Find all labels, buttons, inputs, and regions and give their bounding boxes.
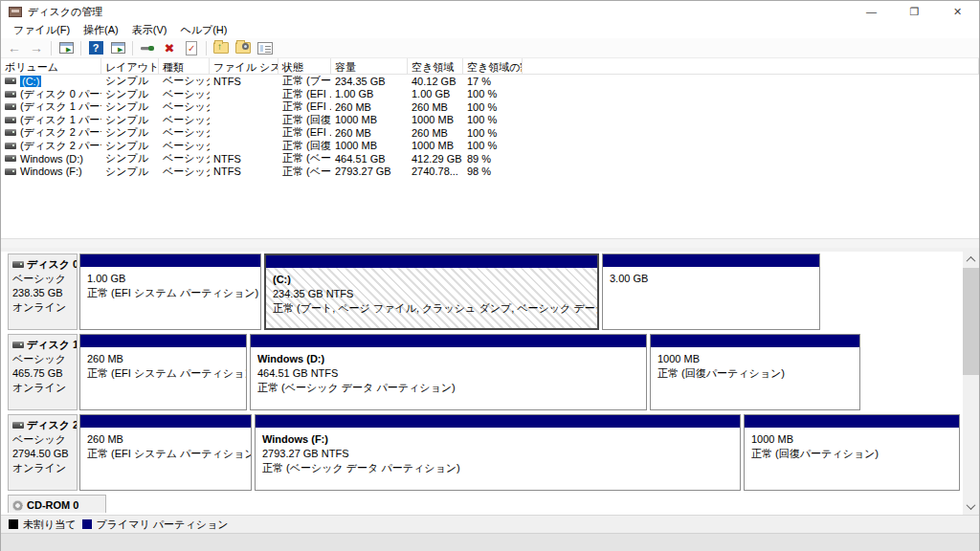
- primary-partition-bar: [251, 335, 646, 347]
- vertical-scrollbar[interactable]: [963, 252, 979, 515]
- cell-free-percent: 100 %: [463, 88, 523, 99]
- partition-status: 正常 (EFI システム パーティション): [87, 447, 244, 461]
- partition-size: 464.51 GB NTFS: [257, 366, 639, 381]
- column-header-volume[interactable]: ボリューム: [1, 58, 101, 74]
- disk-size: 238.35 GB: [12, 286, 75, 300]
- cell-filesystem: NTFS: [210, 165, 278, 177]
- cell-capacity: 234.35 GB: [331, 76, 408, 87]
- properties-button[interactable]: [256, 39, 275, 56]
- volume-row-disk1-partition[interactable]: (ディスク 1 パーティショ... シンプル ベーシック 正常 (EFI ...…: [1, 100, 979, 114]
- disk-icon: [12, 261, 24, 268]
- disk-graphic-pane: ディスク 0 ベーシック 238.35 GB オンライン 1.00 GB 正常 …: [1, 252, 963, 515]
- mark-active-button[interactable]: [182, 39, 201, 56]
- partition-status: 正常 (回復パーティション): [751, 447, 952, 461]
- disk0-partition-unformatted[interactable]: 3.00 GB: [602, 253, 820, 330]
- volume-row-disk2-partition[interactable]: (ディスク 2 パーティショ... シンプル ベーシック 正常 (EFI ...…: [1, 126, 979, 140]
- volume-row-disk2-recovery[interactable]: (ディスク 2 パーティショ... シンプル ベーシック 正常 (回復... 1…: [1, 140, 979, 153]
- disk-name: ディスク 0: [27, 257, 78, 272]
- volume-icon: [5, 103, 16, 110]
- disk1-partition-efi[interactable]: 260 MB 正常 (EFI システム パーティション): [79, 334, 247, 410]
- disk2-label-panel[interactable]: ディスク 2 ベーシック 2794.50 GB オンライン: [8, 414, 78, 491]
- cdrom0-label-panel[interactable]: CD-ROM 0: [8, 495, 106, 513]
- legend-primary-label: プライマリ パーティション: [97, 518, 229, 532]
- forward-button[interactable]: →: [27, 39, 46, 56]
- disk-type: ベーシック: [12, 272, 75, 286]
- action-pane-icon: ▶: [111, 42, 125, 54]
- cell-capacity: 2793.27 GB: [331, 165, 408, 177]
- cell-free-percent: 98 %: [463, 165, 523, 177]
- disk1-partition-recovery[interactable]: 1000 MB 正常 (回復パーティション): [650, 334, 860, 410]
- menu-file[interactable]: ファイル(F): [7, 22, 77, 38]
- disk0-partition-efi[interactable]: 1.00 GB 正常 (EFI システム パーティション): [79, 253, 261, 330]
- partition-status: 正常 (回復パーティション): [657, 366, 853, 381]
- column-header-filesystem[interactable]: ファイル システム: [210, 58, 278, 74]
- column-header-capacity[interactable]: 容量: [331, 58, 408, 74]
- partition-size: 234.35 GB NTFS: [273, 287, 590, 301]
- column-header-type[interactable]: 種類: [159, 58, 210, 74]
- console-tree-button[interactable]: ▶: [56, 39, 76, 56]
- scrollbar-thumb[interactable]: [963, 268, 979, 375]
- disk2-partition-efi[interactable]: 260 MB 正常 (EFI システム パーティション): [79, 414, 252, 491]
- minimize-button[interactable]: —: [850, 1, 893, 22]
- volume-row-c[interactable]: (C:) シンプル ベーシック NTFS 正常 (ブート... 234.35 G…: [1, 75, 979, 88]
- column-header-status[interactable]: 状態: [278, 58, 331, 74]
- restore-button[interactable]: ❐: [893, 1, 936, 22]
- partition-label: Windows (F:): [262, 432, 733, 447]
- help-button[interactable]: ?: [86, 39, 105, 56]
- cell-free: 412.29 GB: [408, 153, 463, 165]
- cell-free-percent: 100 %: [463, 140, 523, 151]
- horizontal-scrollbar[interactable]: [1, 238, 979, 248]
- back-button[interactable]: ←: [5, 39, 24, 56]
- rescan-disks-button[interactable]: [138, 39, 157, 56]
- cell-free: 260 MB: [408, 127, 463, 139]
- cell-free-percent: 89 %: [463, 153, 523, 165]
- cell-free: 1000 MB: [408, 140, 463, 151]
- menu-action[interactable]: 操作(A): [77, 22, 125, 38]
- disk0-partition-c[interactable]: (C:) 234.35 GB NTFS 正常 (ブート, ページ ファイル, ク…: [264, 253, 599, 330]
- disk0-label-panel[interactable]: ディスク 0 ベーシック 238.35 GB オンライン: [8, 253, 78, 330]
- disk1-row: ディスク 1 ベーシック 465.75 GB オンライン 260 MB 正常 (…: [8, 334, 963, 410]
- volume-icon: [5, 168, 16, 175]
- partition-size: 2793.27 GB NTFS: [262, 447, 733, 461]
- disk-size: 2794.50 GB: [12, 447, 75, 461]
- primary-partition-bar: [745, 415, 959, 428]
- column-header-layout[interactable]: レイアウト: [101, 58, 159, 74]
- disk2-partition-f[interactable]: Windows (F:) 2793.27 GB NTFS 正常 (ベーシック デ…: [255, 414, 741, 491]
- action-pane-button[interactable]: ▶: [108, 39, 127, 56]
- extend-volume-button[interactable]: ↑: [212, 39, 231, 56]
- disk2-partition-recovery[interactable]: 1000 MB 正常 (回復パーティション): [744, 414, 960, 491]
- volume-row-windows-f[interactable]: Windows (F:) シンプル ベーシック NTFS 正常 (ベーシ... …: [1, 165, 979, 179]
- disk-icon: [12, 422, 24, 429]
- scroll-down-button[interactable]: [963, 498, 979, 515]
- disk1-label-panel[interactable]: ディスク 1 ベーシック 465.75 GB オンライン: [8, 334, 78, 410]
- unallocated-swatch: [9, 519, 18, 529]
- primary-partition-swatch: [82, 519, 92, 529]
- scroll-up-button[interactable]: [963, 252, 979, 268]
- disk0-partitions: 1.00 GB 正常 (EFI システム パーティション) (C:) 234.3…: [79, 253, 820, 330]
- explore-button[interactable]: [234, 39, 253, 56]
- delete-x-icon: ✖: [165, 42, 175, 55]
- menu-help[interactable]: ヘルプ(H): [173, 22, 234, 38]
- chevron-down-icon: [967, 500, 976, 510]
- disk2-row: ディスク 2 ベーシック 2794.50 GB オンライン 260 MB 正常 …: [8, 414, 963, 491]
- volume-icon: [5, 91, 16, 98]
- disk-status: オンライン: [12, 300, 75, 315]
- disk-name: ディスク 1: [27, 338, 78, 352]
- cell-filesystem: NTFS: [210, 76, 278, 87]
- column-header-free-space[interactable]: 空き領域: [408, 58, 463, 74]
- disk-status: オンライン: [12, 381, 75, 395]
- volume-icon: [5, 117, 16, 123]
- cell-free: 260 MB: [408, 101, 463, 113]
- delete-volume-button[interactable]: ✖: [160, 39, 179, 56]
- column-header-free-percent[interactable]: 空き領域の割...: [463, 58, 523, 74]
- forward-arrow-icon: →: [30, 41, 43, 55]
- cell-free: 40.12 GB: [408, 76, 463, 87]
- volume-row-disk1-recovery[interactable]: (ディスク 1 パーティショ... シンプル ベーシック 正常 (回復... 1…: [1, 114, 979, 127]
- disk1-partition-d[interactable]: Windows (D:) 464.51 GB NTFS 正常 (ベーシック デー…: [250, 334, 647, 410]
- menu-view[interactable]: 表示(V): [125, 22, 174, 38]
- close-button[interactable]: ✕: [936, 1, 979, 22]
- folder-up-icon: ↑: [213, 42, 229, 54]
- volume-row-windows-d[interactable]: Windows (D:) シンプル ベーシック NTFS 正常 (ベーシ... …: [1, 152, 979, 165]
- volume-row-disk0-partition[interactable]: (ディスク 0 パーティショ... シンプル ベーシック 正常 (EFI ...…: [1, 88, 979, 101]
- app-icon: [9, 7, 22, 17]
